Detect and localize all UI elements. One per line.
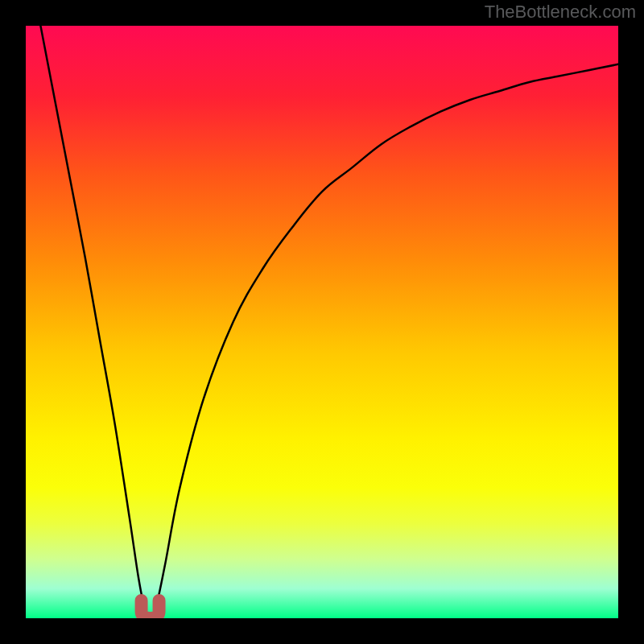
minimum-marker	[26, 26, 618, 618]
watermark-text: TheBottleneck.com	[485, 2, 636, 23]
